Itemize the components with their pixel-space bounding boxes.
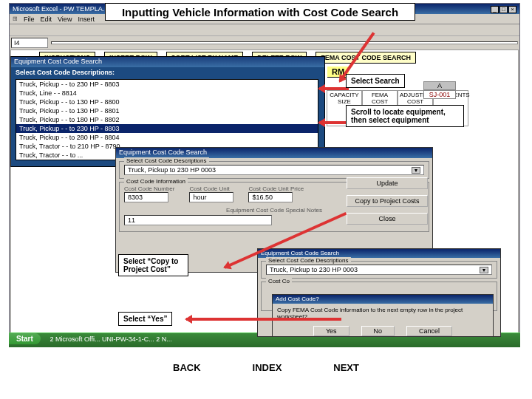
costcode-combo-2[interactable]: Truck, Pickup to 230 HP 0003 ▼ xyxy=(266,265,492,275)
start-button[interactable]: Start xyxy=(9,333,41,344)
list-item[interactable]: Truck, Pickup - - to 130 HP - 8800 xyxy=(16,98,318,106)
toolbar-row xyxy=(10,24,519,36)
combo-value: Truck, Pickup to 230 HP 0003 xyxy=(270,266,358,273)
confirm-titlebar: Add Cost Code? xyxy=(273,295,493,304)
callout-copy: Select “Copy to Project Cost” xyxy=(118,254,188,276)
arrow-icon xyxy=(319,87,349,90)
menu-view[interactable]: View xyxy=(58,16,72,23)
next-button[interactable]: NEXT xyxy=(333,362,359,373)
app-title: Microsoft Excel - PW TEMPLA... xyxy=(13,5,108,13)
list-item[interactable]: Truck, Line - - 8814 xyxy=(16,89,318,98)
search-titlebar: Equipment Cost Code Search xyxy=(11,57,324,67)
callout-scroll: Scroll to locate equipment, then select … xyxy=(346,105,464,127)
index-button[interactable]: INDEX xyxy=(253,362,282,373)
group-select: Select Cost Code Descriptions Truck, Pic… xyxy=(119,161,429,179)
no-button[interactable]: No xyxy=(361,326,395,336)
back-button[interactable]: BACK xyxy=(173,362,201,373)
list-item[interactable]: Truck, Pickup - - to 130 HP - 8801 xyxy=(16,106,318,115)
formula-bar[interactable] xyxy=(51,41,518,44)
field-price[interactable]: $16.50 xyxy=(248,192,293,202)
notes-field[interactable]: 11 xyxy=(124,215,272,225)
group-label: Cost Code Information xyxy=(124,178,188,185)
chevron-down-icon[interactable]: ▼ xyxy=(480,267,488,273)
taskbar-items[interactable]: 2 Microsoft Offi... UNI-PW-34-1-C... 2 N… xyxy=(50,335,172,343)
field-unit[interactable]: hour xyxy=(189,192,233,202)
excel-icon: ⊞ xyxy=(13,16,18,22)
lbl-num: Cost Code Number xyxy=(124,185,174,192)
costcode-combo[interactable]: Truck, Pickup to 230 HP 0003 ▼ xyxy=(124,165,424,175)
dialog-titlebar: Equipment Cost Code Search xyxy=(116,148,432,158)
formula-row: I4 xyxy=(10,36,519,50)
yes-button[interactable]: Yes xyxy=(313,326,349,336)
page-title: Inputting Vehicle Information with Cost … xyxy=(105,3,415,21)
close-button[interactable]: Close xyxy=(347,213,428,225)
list-item-selected[interactable]: Truck, Pickup - - to 230 HP - 8803 xyxy=(16,124,318,133)
cancel-button[interactable]: Cancel xyxy=(406,326,452,336)
close-icon[interactable]: × xyxy=(508,6,516,13)
combo-value: Truck, Pickup to 230 HP 0003 xyxy=(128,166,216,174)
window-controls[interactable]: _□× xyxy=(490,5,516,13)
field-num[interactable]: 8303 xyxy=(124,192,168,202)
lbl-price: Cost Code Unit Price xyxy=(248,185,304,192)
update-button[interactable]: Update xyxy=(347,177,428,189)
lbl-unit: Cost Code Unit xyxy=(189,185,233,192)
slide-nav: BACK INDEX NEXT xyxy=(0,362,532,373)
menu-insert[interactable]: Insert xyxy=(78,16,95,23)
arrow-icon xyxy=(186,318,341,321)
col-a: A SJ-001 xyxy=(423,81,456,99)
group-select-2: Select Cost Code Descriptions Truck, Pic… xyxy=(261,261,497,279)
menu-file[interactable]: File xyxy=(24,16,35,23)
fema-search-button[interactable]: FEMA COST CODE SEARCH xyxy=(316,52,416,64)
menu-edit[interactable]: Edit xyxy=(41,16,52,23)
group-label: Select Cost Code Descriptions xyxy=(124,157,209,164)
cell-sj001[interactable]: SJ-001 xyxy=(423,90,456,99)
list-item[interactable]: Truck, Pickup - - to 280 HP - 8804 xyxy=(16,133,318,142)
col-a-header: A xyxy=(423,81,456,90)
callout-yes: Select “Yes” xyxy=(118,312,172,326)
list-item[interactable]: Truck, Pickup - - to 230 HP - 8803 xyxy=(16,80,318,89)
minimize-icon[interactable]: _ xyxy=(491,6,499,13)
maximize-icon[interactable]: □ xyxy=(499,6,508,13)
group-label: Cost Co xyxy=(266,278,292,284)
list-item[interactable]: Truck, Pickup - - to 180 HP - 8802 xyxy=(16,115,318,124)
name-box[interactable]: I4 xyxy=(11,38,48,48)
group-label: Select Cost Code Descriptions xyxy=(266,257,351,264)
chevron-down-icon[interactable]: ▼ xyxy=(412,167,420,174)
search-section-label: Select Cost Code Descriptions: xyxy=(11,67,324,78)
callout-search: Select Search xyxy=(346,74,405,88)
confirm-dialog: Add Cost Code? Copy FEMA Cost Code infor… xyxy=(272,294,494,337)
copy-button[interactable]: Copy to Project Costs xyxy=(347,195,428,207)
